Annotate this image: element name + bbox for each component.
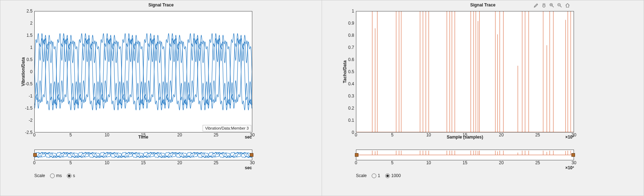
tick-label: 0 — [33, 160, 36, 165]
tick-label: 0.6 — [343, 57, 354, 62]
tick-label: 0.1 — [343, 118, 354, 123]
tick-label: 0 — [355, 160, 357, 165]
tick-label: 10 — [426, 160, 431, 165]
tick-label: 0 — [343, 130, 354, 135]
tick-label: -1.5 — [22, 106, 33, 111]
x-axis-label: Time — [34, 135, 252, 140]
tick-label: -2.5 — [22, 130, 33, 135]
series-annotation: Vibration/Data:Member 3 — [203, 125, 251, 131]
tick-label: 0.7 — [343, 45, 354, 50]
pan-icon[interactable] — [541, 2, 547, 8]
scale-row: Scale ms s — [34, 173, 75, 178]
tick-label: 0.2 — [343, 106, 354, 111]
y-axis-ticks: -2.5-2-1.5-1-0.500.511.522.5 — [22, 11, 33, 132]
main-plot-area[interactable]: Vibration/Data:Member 3 — [34, 11, 252, 132]
scale-radio-1000[interactable] — [385, 174, 390, 178]
overview-plot[interactable] — [356, 150, 574, 160]
overview-x-ticks: 051015202530 — [34, 160, 252, 166]
tick-label: 0 — [22, 69, 33, 74]
main-plot-area[interactable] — [356, 11, 574, 132]
tick-label: 0.9 — [343, 21, 354, 26]
tick-label: 0.4 — [343, 81, 354, 86]
tick-label: 5 — [391, 160, 393, 165]
scale-option-s[interactable]: s — [67, 173, 75, 178]
tick-label: -0.5 — [22, 81, 33, 86]
brush-icon[interactable] — [533, 2, 539, 8]
y-axis-ticks: 00.10.20.30.40.50.60.70.80.91 — [343, 11, 355, 132]
overview-unit: ×10³ — [565, 165, 574, 170]
scale-option-1000[interactable]: 1000 — [385, 173, 401, 178]
tick-label: 1 — [22, 45, 33, 50]
tick-label: 0.3 — [343, 94, 354, 99]
scale-radio-1[interactable] — [372, 174, 376, 178]
scale-row: Scale 1 1000 — [356, 173, 401, 178]
chart-title: Signal Trace — [322, 2, 644, 7]
tick-label: 2 — [22, 21, 33, 26]
range-handle-right[interactable] — [571, 153, 575, 157]
tick-label: 0.8 — [343, 33, 354, 38]
vibration-plot-svg — [35, 11, 252, 132]
zoom-in-icon[interactable] — [549, 2, 555, 8]
range-handle-right[interactable] — [250, 153, 253, 157]
x-axis-label: Sample (samples) — [356, 135, 574, 140]
range-handle-left[interactable] — [33, 153, 37, 157]
overview-x-ticks: 051015202530 — [356, 160, 574, 166]
left-panel: Signal Trace Vibration/Data -2.5-2-1.5-1… — [0, 0, 322, 196]
overview-plot[interactable] — [34, 150, 252, 160]
tick-label: 2.5 — [22, 9, 33, 14]
scale-option-1[interactable]: 1 — [372, 173, 380, 178]
chart-title: Signal Trace — [0, 2, 322, 7]
scale-label: Scale — [34, 173, 45, 178]
right-panel: Signal Trace Tacho/Data 00.10.20.30.40.5… — [322, 0, 644, 196]
tick-label: 1.5 — [22, 33, 33, 38]
scale-radio-s[interactable] — [67, 174, 71, 178]
tick-label: 15 — [141, 160, 145, 165]
tick-label: 30 — [250, 160, 254, 165]
x-axis-unit: sec — [245, 135, 252, 140]
overview-svg — [356, 150, 574, 160]
scale-radio-ms[interactable] — [50, 174, 55, 178]
tick-label: 10 — [105, 160, 109, 165]
tick-label: -2 — [22, 118, 33, 123]
x-axis-unit: ×10³ — [565, 135, 574, 140]
tick-label: 0.5 — [22, 57, 33, 62]
tick-label: 20 — [499, 160, 504, 165]
scale-label: Scale — [356, 173, 367, 178]
overview-svg — [35, 150, 252, 160]
zoom-out-icon[interactable] — [557, 2, 563, 8]
overview-unit: sec — [245, 165, 252, 170]
tick-label: 5 — [69, 160, 72, 165]
tick-label: -1 — [22, 94, 33, 99]
tick-label: 0.5 — [343, 69, 354, 74]
tick-label: 25 — [214, 160, 218, 165]
tick-label: 1 — [343, 9, 354, 14]
tick-label: 15 — [462, 160, 467, 165]
plot-toolbar — [533, 2, 570, 8]
home-icon[interactable] — [565, 2, 570, 8]
tick-label: 20 — [177, 160, 182, 165]
scale-option-ms[interactable]: ms — [50, 173, 62, 178]
tick-label: 30 — [571, 160, 576, 165]
range-handle-left[interactable] — [355, 153, 358, 157]
tacho-plot-svg — [356, 11, 574, 132]
tick-label: 25 — [535, 160, 540, 165]
